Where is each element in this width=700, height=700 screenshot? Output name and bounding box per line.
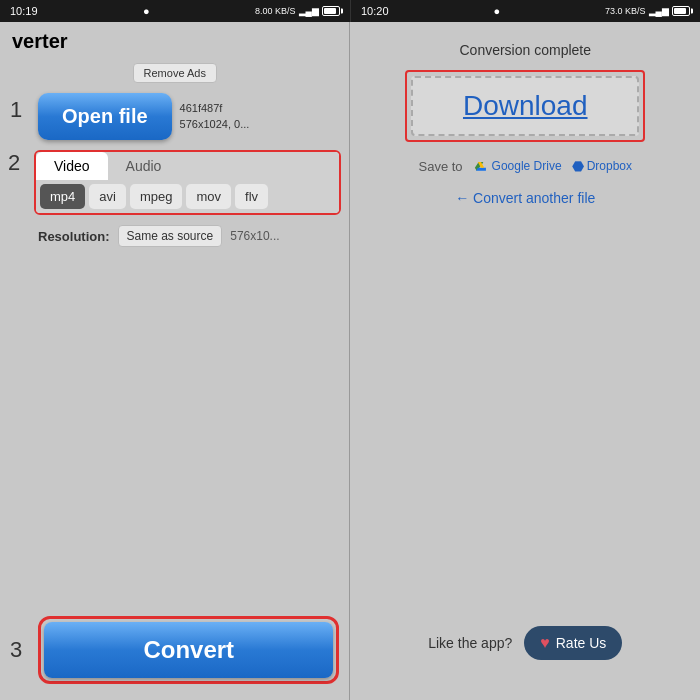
convert-button[interactable]: Convert [44,622,333,678]
format-mp4[interactable]: mp4 [40,184,85,209]
step3-section: 3 Convert [0,608,349,700]
convert-another-link[interactable]: ← Convert another file [455,190,595,206]
time-left: 10:19 [10,5,38,17]
resolution-value: 576x10... [230,229,279,243]
left-panel: verter Remove Ads 1 Open file 461f487f 5… [0,22,349,700]
open-file-button[interactable]: Open file [38,93,172,140]
app-title: verter [12,30,68,52]
battery-icon-left [322,6,340,16]
google-drive-text: Google Drive [492,159,562,173]
signal-left: ▂▄▆ [299,6,319,16]
app-title-bar: verter [0,22,349,57]
data-speed-left: 8.00 KB/S [255,6,296,16]
format-mpeg[interactable]: mpeg [130,184,183,209]
conversion-complete-text: Conversion complete [459,42,591,58]
main-content: verter Remove Ads 1 Open file 461f487f 5… [0,22,700,700]
step2-section: 2 Video Audio mp4 avi mpeg mov flv [0,146,349,219]
download-inner: Download [411,76,639,136]
dropbox-link[interactable]: ⬣ Dropbox [572,158,632,174]
download-link[interactable]: Download [463,90,588,121]
google-drive-icon [473,159,489,173]
file-info: 461f487f 576x1024, 0... [180,101,250,132]
download-wrapper: Download [405,70,645,142]
format-mov[interactable]: mov [186,184,231,209]
remove-ads-container: Remove Ads [0,57,349,87]
dot-left: ● [143,5,150,17]
status-icons-left: 8.00 KB/S ▂▄▆ [255,6,340,16]
open-file-row: Open file 461f487f 576x1024, 0... [38,93,339,140]
like-app-row: Like the app? ♥ Rate Us [428,626,622,680]
format-flv[interactable]: flv [235,184,268,209]
google-drive-link[interactable]: Google Drive [473,159,562,173]
step2-inner: 2 Video Audio mp4 avi mpeg mov flv [8,150,341,215]
status-bars: 10:19 ● 8.00 KB/S ▂▄▆ 10:20 ● 73.0 KB/S … [0,0,700,22]
like-app-text: Like the app? [428,635,512,651]
step1-number: 1 [10,97,30,123]
format-box: Video Audio mp4 avi mpeg mov flv [34,150,341,215]
step1-content: Open file 461f487f 576x1024, 0... [38,93,339,140]
status-icons-right: 73.0 KB/S ▂▄▆ [605,6,690,16]
dropbox-text: Dropbox [587,159,632,173]
battery-icon-right [672,6,690,16]
rate-us-button[interactable]: ♥ Rate Us [524,626,622,660]
step2-number: 2 [8,150,28,215]
format-tabs: Video Audio [36,152,339,180]
dot-right: ● [493,5,500,17]
format-options: mp4 avi mpeg mov flv [36,180,339,213]
resolution-label: Resolution: [38,229,110,244]
tab-video[interactable]: Video [36,152,108,180]
resolution-select[interactable]: Same as source [118,225,223,247]
dropbox-icon: ⬣ [572,158,584,174]
status-bar-right: 10:20 ● 73.0 KB/S ▂▄▆ [350,0,700,22]
heart-icon: ♥ [540,634,550,652]
save-to-row: Save to Google Drive ⬣ Dropbox [419,158,632,174]
data-speed-right: 73.0 KB/S [605,6,646,16]
time-right: 10:20 [361,5,389,17]
remove-ads-button[interactable]: Remove Ads [133,63,217,83]
resolution-row: Resolution: Same as source 576x10... [0,219,349,253]
save-to-label: Save to [419,159,463,174]
tab-audio[interactable]: Audio [108,152,180,180]
format-avi[interactable]: avi [89,184,126,209]
file-hash: 461f487f [180,101,250,116]
convert-another-text: ← Convert another file [455,190,595,206]
signal-right: ▂▄▆ [649,6,669,16]
file-dims: 576x1024, 0... [180,117,250,132]
step1-section: 1 Open file 461f487f 576x1024, 0... [0,87,349,146]
status-bar-left: 10:19 ● 8.00 KB/S ▂▄▆ [0,0,350,22]
rate-us-text: Rate Us [556,635,607,651]
convert-btn-wrapper: Convert [38,616,339,684]
right-panel: Conversion complete Download Save to Goo… [350,22,700,700]
step3-number: 3 [10,637,30,663]
